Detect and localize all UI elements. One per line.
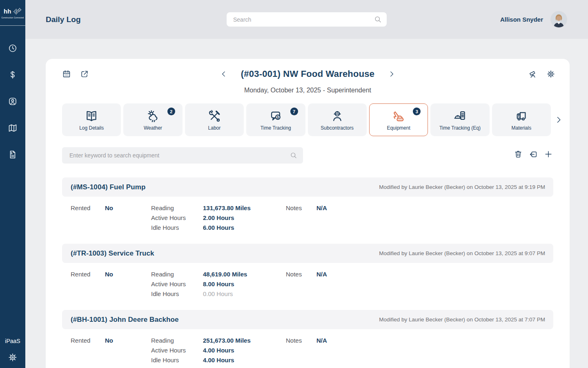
copy-back-icon bbox=[529, 150, 538, 159]
active-hours-value: 8.00 Hours bbox=[203, 279, 247, 289]
notes-label: Notes bbox=[286, 269, 302, 279]
clock-icon bbox=[8, 43, 18, 53]
tab-label: Equipment bbox=[387, 125, 410, 131]
rented-value: No bbox=[105, 269, 113, 279]
invoice-icon: $ bbox=[8, 150, 18, 159]
logo-tagline: Construction Connected bbox=[2, 17, 24, 19]
active-hours-label: Active Hours bbox=[151, 213, 203, 223]
sidebar-item-time[interactable] bbox=[8, 43, 18, 53]
svg-text:$: $ bbox=[11, 152, 13, 155]
rented-value: No bbox=[105, 203, 113, 213]
hh2-logo-icon: hh 2 bbox=[3, 7, 22, 16]
chevron-left-icon bbox=[220, 70, 227, 78]
user-badge-icon bbox=[8, 96, 18, 106]
search-icon[interactable] bbox=[290, 152, 297, 159]
delete-equipment-button[interactable] bbox=[514, 150, 523, 159]
equipment-title: (#MS-1004) Fuel Pump bbox=[71, 183, 145, 191]
svg-text:$: $ bbox=[277, 115, 279, 119]
tab-labor[interactable]: Labor bbox=[185, 103, 244, 136]
main-content: (#03-001) NW Food Warehouse Monday, Octo… bbox=[25, 39, 588, 368]
add-equipment-button[interactable] bbox=[544, 150, 553, 159]
equipment-search-input[interactable] bbox=[69, 152, 290, 159]
search-icon[interactable] bbox=[374, 16, 382, 23]
sidebar-item-payroll[interactable] bbox=[8, 70, 18, 80]
app-logo[interactable]: hh 2 Construction Connected bbox=[0, 0, 25, 26]
plus-icon bbox=[544, 150, 553, 159]
equipment-row[interactable]: (#BH-1001) John Deere Backhoe Modified b… bbox=[62, 310, 553, 365]
truck-icon bbox=[514, 109, 528, 123]
chevron-right-icon bbox=[555, 116, 563, 124]
tab-label: Materials bbox=[511, 125, 531, 131]
reading-label: Reading bbox=[151, 269, 203, 279]
active-hours-value: 2.00 Hours bbox=[203, 213, 251, 223]
tab-equipment[interactable]: 3 Equipment bbox=[369, 103, 428, 136]
tab-subcontractors[interactable]: Subcontractors bbox=[308, 103, 367, 136]
daily-log-card: (#03-001) NW Food Warehouse Monday, Octo… bbox=[46, 59, 570, 368]
notes-value: N/A bbox=[316, 336, 327, 346]
tab-time-tracking[interactable]: 7 $ Time Tracking bbox=[246, 103, 305, 136]
svg-text:2: 2 bbox=[16, 10, 17, 13]
topbar: Daily Log Allison Snyder bbox=[25, 0, 588, 39]
trash-icon bbox=[514, 150, 523, 159]
notes-value: N/A bbox=[316, 269, 327, 279]
global-search bbox=[227, 12, 387, 27]
log-section-tabs: Log Details 2 Weather Labor 7 $ Time Tra… bbox=[62, 103, 551, 136]
tools-icon bbox=[207, 109, 221, 123]
copy-previous-button[interactable] bbox=[529, 150, 538, 159]
reading-value: 48,619.00 Miles bbox=[203, 269, 247, 279]
modified-info: Modified by Laurie Becker (Becker) on Oc… bbox=[379, 250, 545, 256]
rented-label: Rented bbox=[71, 269, 90, 279]
job-title: (#03-001) NW Food Warehouse bbox=[241, 69, 374, 79]
tab-label: Time Tracking bbox=[261, 125, 291, 131]
tab-weather[interactable]: 2 Weather bbox=[123, 103, 182, 136]
book-icon bbox=[85, 109, 98, 123]
sidebar-item-field[interactable] bbox=[8, 123, 18, 133]
equipment-search bbox=[62, 147, 303, 164]
modified-info: Modified by Laurie Becker (Becker) on Oc… bbox=[379, 184, 545, 190]
rented-label: Rented bbox=[71, 203, 90, 213]
equipment-title: (#TR-1003) Service Truck bbox=[71, 249, 154, 258]
timecard-icon: $ bbox=[269, 109, 283, 123]
ipaas-label[interactable]: iPaaS bbox=[5, 338, 20, 344]
next-log-button[interactable] bbox=[388, 70, 395, 78]
equipment-row[interactable]: (#MS-1004) Fuel Pump Modified by Laurie … bbox=[62, 177, 553, 233]
idle-hours-label: Idle Hours bbox=[151, 289, 203, 299]
svg-text:hh: hh bbox=[4, 8, 11, 15]
global-search-input[interactable] bbox=[233, 16, 374, 23]
tab-label: Labor bbox=[208, 125, 221, 131]
sidebar-item-invoices[interactable]: $ bbox=[8, 150, 18, 159]
sidebar-item-employees[interactable] bbox=[8, 96, 18, 106]
tab-label: Log Details bbox=[79, 125, 104, 131]
tab-materials[interactable]: Materials bbox=[492, 103, 551, 136]
tab-label: Subcontractors bbox=[321, 125, 354, 131]
equipment-row-header[interactable]: (#MS-1004) Fuel Pump Modified by Laurie … bbox=[62, 177, 553, 197]
modified-info: Modified by Laurie Becker (Becker) on Oc… bbox=[379, 316, 545, 323]
tab-time-tracking-eq[interactable]: Time Tracking (Eq) bbox=[430, 103, 489, 136]
weather-badge: 2 bbox=[167, 108, 175, 115]
equipment-row-header[interactable]: (#BH-1001) John Deere Backhoe Modified b… bbox=[62, 310, 553, 329]
user-name[interactable]: Allison Snyder bbox=[500, 16, 543, 23]
worker-icon bbox=[330, 109, 344, 123]
rented-value: No bbox=[105, 336, 113, 346]
reading-value: 251,673.00 Miles bbox=[203, 336, 251, 346]
sidebar-item-settings[interactable] bbox=[8, 352, 18, 362]
tab-label: Time Tracking (Eq) bbox=[439, 125, 481, 131]
dollar-icon bbox=[8, 70, 18, 80]
equipment-row-header[interactable]: (#TR-1003) Service Truck Modified by Lau… bbox=[62, 244, 553, 263]
idle-hours-value: 0.00 Hours bbox=[203, 289, 247, 299]
previous-log-button[interactable] bbox=[220, 70, 227, 78]
avatar[interactable] bbox=[551, 11, 567, 27]
log-date-subtitle: Monday, October 13, 2025 - Superintenden… bbox=[46, 87, 570, 94]
rented-label: Rented bbox=[71, 336, 90, 346]
reading-label: Reading bbox=[151, 336, 203, 346]
notes-label: Notes bbox=[286, 203, 302, 213]
excavator-icon bbox=[392, 109, 405, 123]
time-tracking-badge: 7 bbox=[290, 108, 298, 115]
idle-hours-value: 4.00 Hours bbox=[203, 355, 251, 365]
tabs-scroll-right-button[interactable] bbox=[555, 116, 563, 124]
equipment-row[interactable]: (#TR-1003) Service Truck Modified by Lau… bbox=[62, 244, 553, 299]
gear-icon bbox=[8, 352, 18, 362]
equipment-list: (#MS-1004) Fuel Pump Modified by Laurie … bbox=[62, 177, 553, 368]
tab-log-details[interactable]: Log Details bbox=[62, 103, 121, 136]
idle-hours-label: Idle Hours bbox=[151, 355, 203, 365]
